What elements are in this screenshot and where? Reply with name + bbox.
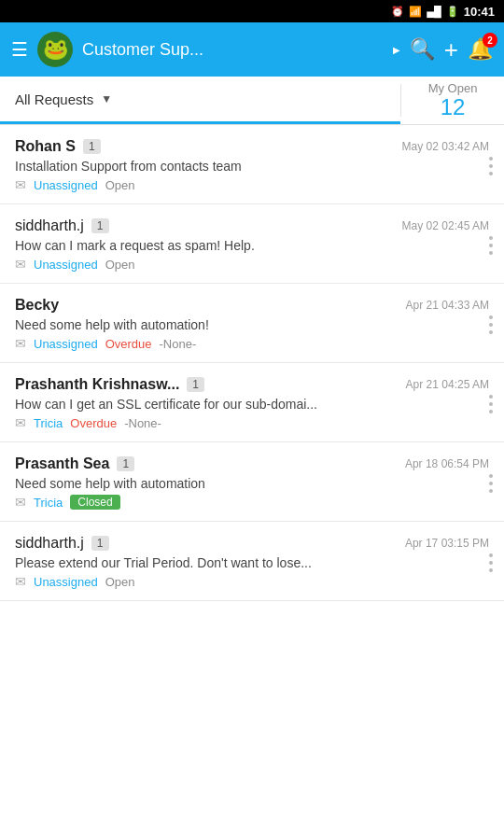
item-status-extra: -None- xyxy=(160,337,197,351)
item-more-icon[interactable] xyxy=(489,548,493,574)
dropdown-arrow-icon[interactable]: ▶ xyxy=(393,45,400,55)
item-name: Prashanth Krishnasw... xyxy=(15,376,179,393)
requests-list: Rohan S1May 02 03:42 AMInstallation Supp… xyxy=(0,125,504,840)
item-meta-row: ✉UnassignedOverdue-None- xyxy=(15,336,489,351)
item-header-row: Rohan S1May 02 03:42 AM xyxy=(15,138,489,155)
item-name-row: Becky xyxy=(15,297,59,314)
item-assignee: Unassigned xyxy=(34,178,98,192)
item-header-row: Prashanth Krishnasw...1Apr 21 04:25 AM xyxy=(15,376,489,393)
item-subject: How can I mark a request as spam! Help. xyxy=(15,238,444,253)
item-date: Apr 17 03:15 PM xyxy=(405,537,489,550)
item-status: Overdue xyxy=(70,416,117,430)
item-count-badge: 1 xyxy=(91,536,109,551)
tab-my-open[interactable]: My Open 12 xyxy=(401,77,504,124)
item-status: Overdue xyxy=(105,337,152,351)
item-subject: Please extend our Trial Period. Don't wa… xyxy=(15,555,444,570)
item-subject: How can I get an SSL certificate for our… xyxy=(15,397,444,412)
item-name: Prasanth Sea xyxy=(15,455,109,472)
item-more-icon[interactable] xyxy=(489,469,493,495)
list-item[interactable]: BeckyApr 21 04:33 AMNeed some help with … xyxy=(0,284,504,363)
tab-bar: All Requests ▼ My Open 12 xyxy=(0,77,504,125)
list-item[interactable]: Rohan S1May 02 03:42 AMInstallation Supp… xyxy=(0,125,504,204)
item-name-row: Prashanth Krishnasw...1 xyxy=(15,376,204,393)
envelope-icon: ✉ xyxy=(15,495,26,510)
item-header-row: Prasanth Sea1Apr 18 06:54 PM xyxy=(15,455,489,472)
item-status: Open xyxy=(105,258,135,272)
header-title: Customer Sup... xyxy=(82,40,389,60)
add-icon[interactable]: + xyxy=(444,35,458,64)
tab-my-open-count: 12 xyxy=(441,95,466,119)
item-date: Apr 18 06:54 PM xyxy=(405,457,489,470)
item-date: Apr 21 04:25 AM xyxy=(406,378,489,391)
item-header-row: siddharth.j1May 02 02:45 AM xyxy=(15,217,489,234)
avatar-image: 🐸 xyxy=(43,37,68,62)
item-status-extra: -None- xyxy=(124,416,161,430)
tab-all-requests-label: All Requests xyxy=(15,91,93,107)
list-item[interactable]: siddharth.j1Apr 17 03:15 PMPlease extend… xyxy=(0,522,504,601)
item-status: Open xyxy=(105,178,135,192)
status-bar: ⏰ 📶 ▄█ 🔋 10:41 xyxy=(0,0,504,22)
notification-button[interactable]: 🔔 2 xyxy=(468,37,493,62)
item-status: Open xyxy=(105,575,135,589)
item-name-row: Prasanth Sea1 xyxy=(15,455,134,472)
item-assignee: Unassigned xyxy=(34,337,98,351)
item-count-badge: 1 xyxy=(187,377,204,392)
search-icon[interactable]: 🔍 xyxy=(410,37,435,62)
item-date: May 02 02:45 AM xyxy=(402,219,489,232)
item-date: May 02 03:42 AM xyxy=(402,140,489,153)
notification-badge: 2 xyxy=(483,33,497,48)
item-subject: Installation Support from contacts team xyxy=(15,159,444,174)
alarm-icon: ⏰ xyxy=(391,6,404,18)
list-item[interactable]: Prashanth Krishnasw...1Apr 21 04:25 AMHo… xyxy=(0,363,504,442)
signal-icon: ▄█ xyxy=(427,6,441,17)
item-header-row: BeckyApr 21 04:33 AM xyxy=(15,297,489,314)
item-name-row: siddharth.j1 xyxy=(15,535,109,552)
item-name: Rohan S xyxy=(15,138,76,155)
wifi-icon: 📶 xyxy=(409,6,422,18)
item-name: Becky xyxy=(15,297,59,314)
item-assignee: Unassigned xyxy=(34,575,98,589)
item-count-badge: 1 xyxy=(91,218,109,233)
item-subject: Need some help with automation! xyxy=(15,317,444,332)
item-subject: Need some help with automation xyxy=(15,476,444,491)
battery-icon: 🔋 xyxy=(446,6,459,18)
item-name-row: Rohan S1 xyxy=(15,138,101,155)
envelope-icon: ✉ xyxy=(15,257,26,272)
item-assignee: Tricia xyxy=(34,416,63,430)
envelope-icon: ✉ xyxy=(15,177,26,192)
header: ☰ 🐸 Customer Sup... ▶ 🔍 + 🔔 2 xyxy=(0,22,504,77)
item-more-icon[interactable] xyxy=(489,389,493,415)
item-more-icon[interactable] xyxy=(489,231,493,257)
tab-all-requests[interactable]: All Requests ▼ xyxy=(0,77,400,124)
item-name: siddharth.j xyxy=(15,217,84,234)
item-date: Apr 21 04:33 AM xyxy=(406,299,489,312)
item-name: siddharth.j xyxy=(15,535,84,552)
item-status: Closed xyxy=(70,495,119,510)
item-header-row: siddharth.j1Apr 17 03:15 PM xyxy=(15,535,489,552)
envelope-icon: ✉ xyxy=(15,415,26,430)
tab-my-open-label: My Open xyxy=(428,81,478,95)
item-assignee: Tricia xyxy=(34,496,63,510)
avatar: 🐸 xyxy=(37,32,73,67)
item-meta-row: ✉TriciaClosed xyxy=(15,495,489,510)
status-icons: ⏰ 📶 ▄█ 🔋 10:41 xyxy=(391,5,495,19)
item-more-icon[interactable] xyxy=(489,310,493,336)
status-time: 10:41 xyxy=(464,5,495,19)
item-name-row: siddharth.j1 xyxy=(15,217,109,234)
item-more-icon[interactable] xyxy=(489,151,493,177)
list-item[interactable]: Prasanth Sea1Apr 18 06:54 PMNeed some he… xyxy=(0,442,504,522)
list-item[interactable]: siddharth.j1May 02 02:45 AMHow can I mar… xyxy=(0,204,504,284)
envelope-icon: ✉ xyxy=(15,336,26,351)
envelope-icon: ✉ xyxy=(15,574,26,589)
item-meta-row: ✉UnassignedOpen xyxy=(15,574,489,589)
menu-icon[interactable]: ☰ xyxy=(11,38,28,61)
tab-all-arrow-icon: ▼ xyxy=(101,92,112,105)
item-meta-row: ✉TriciaOverdue-None- xyxy=(15,415,489,430)
item-meta-row: ✉UnassignedOpen xyxy=(15,257,489,272)
item-meta-row: ✉UnassignedOpen xyxy=(15,177,489,192)
item-count-badge: 1 xyxy=(117,456,134,471)
item-assignee: Unassigned xyxy=(34,258,98,272)
item-count-badge: 1 xyxy=(83,139,101,154)
